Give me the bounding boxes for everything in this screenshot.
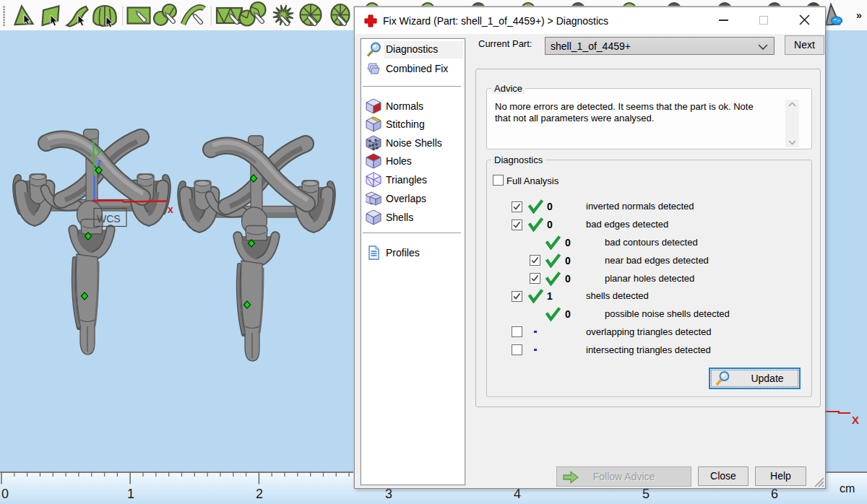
svg-text:x: x (168, 204, 173, 215)
svg-text:X: X (852, 414, 859, 426)
svg-text:WCS: WCS (97, 213, 121, 225)
svg-text:y: y (96, 144, 102, 155)
svg-text:z: z (97, 157, 102, 168)
svg-text:»: » (856, 9, 862, 21)
